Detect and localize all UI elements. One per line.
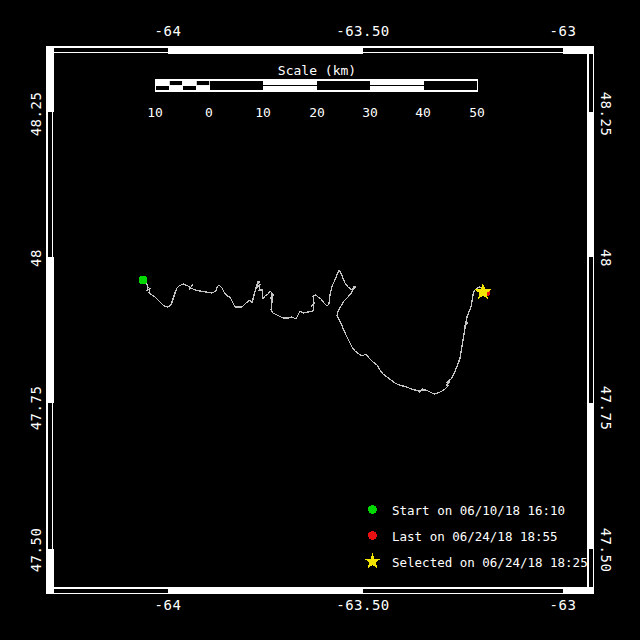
legend-start-circle-icon xyxy=(368,505,377,514)
scale-tick-30: 30 xyxy=(362,105,378,120)
legend-selected-label: Selected on 06/24/18 18:25 xyxy=(392,555,588,570)
scale-tick-0: 0 xyxy=(205,105,213,120)
start-marker xyxy=(139,276,148,285)
lon-tick-label-bottom-6350: -63.50 xyxy=(336,597,390,613)
lat-tick-label-right-4825: 48.25 xyxy=(598,92,614,137)
legend-last-label: Last on 06/24/18 18:55 xyxy=(392,529,558,544)
lat-tick-label-left-48: 48 xyxy=(28,249,44,267)
lon-tick-label-top-63: -63 xyxy=(550,23,577,39)
scale-tick-20: 20 xyxy=(309,105,325,120)
lon-tick-label-top-64: -64 xyxy=(155,23,182,39)
lat-tick-label-right-48: 48 xyxy=(598,249,614,267)
lon-tick-label-bottom-64: -64 xyxy=(155,597,182,613)
lat-tick-label-right-4750: 47.50 xyxy=(598,528,614,573)
scale-tick-50: 50 xyxy=(469,105,485,120)
map-plot-area[interactable] xyxy=(0,0,640,640)
lat-tick-label-left-4775: 47.75 xyxy=(28,386,44,431)
scale-bar-title: Scale (km) xyxy=(278,63,356,78)
lon-tick-label-bottom-63: -63 xyxy=(550,597,577,613)
lat-tick-label-left-4750: 47.50 xyxy=(28,528,44,573)
vessel-track xyxy=(146,270,483,394)
lon-tick-label-top-6350: -63.50 xyxy=(336,23,390,39)
lat-tick-label-right-4775: 47.75 xyxy=(598,386,614,431)
legend-selected-star-icon xyxy=(364,553,380,568)
legend-last-circle-icon xyxy=(368,531,377,540)
scale-bar-graphic xyxy=(156,80,478,91)
scale-tick-10-left: 10 xyxy=(147,105,163,120)
lat-tick-label-left-4825: 48.25 xyxy=(28,92,44,137)
legend-start-label: Start on 06/10/18 16:10 xyxy=(392,503,565,518)
scale-tick-40: 40 xyxy=(415,105,431,120)
scale-tick-10: 10 xyxy=(255,105,271,120)
track-map-window: -64 -63.50 -63 -64 -63.50 -63 48.25 48 4… xyxy=(0,0,640,640)
